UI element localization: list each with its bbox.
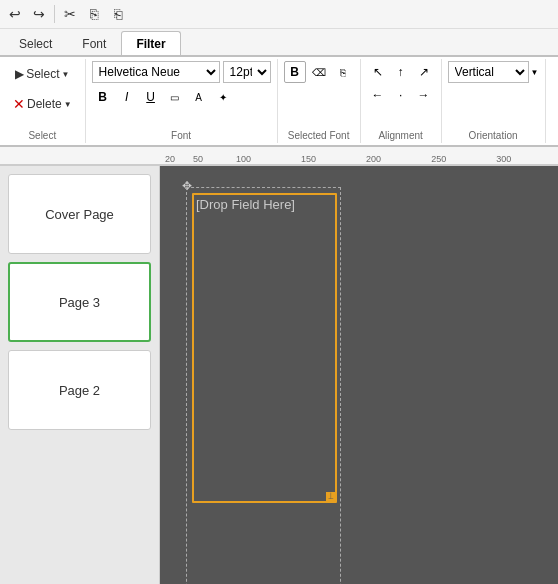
- select-button[interactable]: ▶ Select ▼: [8, 61, 76, 87]
- ruler-250: 250: [431, 154, 446, 164]
- ribbon: ▶ Select ▼ ✕ Delete ▼ Select Helvetica N…: [0, 57, 558, 147]
- orientation-select[interactable]: Vertical Horizontal: [448, 61, 529, 83]
- align-top-left[interactable]: ↖: [367, 61, 389, 83]
- ruler-300: 300: [496, 154, 511, 164]
- align-middle-left[interactable]: ←: [367, 84, 389, 106]
- canvas-inner: ✥ ⟘ [Drop Field Here]: [170, 171, 510, 584]
- alignment-group-label: Alignment: [378, 128, 422, 141]
- cursor-icon: ▶: [15, 67, 24, 81]
- page-thumb-cover[interactable]: Cover Page: [8, 174, 151, 254]
- drop-field-label: [Drop Field Here]: [196, 197, 295, 212]
- delete-icon: ✕: [13, 96, 25, 112]
- select-controls: ▶ Select ▼: [8, 61, 76, 87]
- bold-button[interactable]: B: [92, 86, 114, 108]
- delete-button[interactable]: ✕ Delete ▼: [6, 91, 79, 117]
- undo-button[interactable]: ↩: [4, 3, 26, 25]
- selected-font-group-label: Selected Font: [288, 128, 350, 141]
- ribbon-group-alignment: ↖ ↑ ↗ ← · → Alignment: [361, 59, 442, 143]
- align-top-center[interactable]: ↑: [390, 61, 412, 83]
- ribbon-group-selected-font: B ⌫ ⎘ Selected Font: [278, 59, 361, 143]
- separator: [54, 5, 55, 23]
- delete-dropdown-icon[interactable]: ▼: [64, 100, 72, 109]
- ruler-content: 20 50 100 150 200 250 300 350: [165, 154, 275, 164]
- delete-label: Delete: [27, 97, 62, 111]
- alignment-grid: ↖ ↑ ↗ ← · →: [367, 61, 435, 106]
- page-2-label: Page 2: [59, 383, 100, 398]
- page-thumb-3[interactable]: Page 3: [8, 262, 151, 342]
- redo-button[interactable]: ↪: [28, 3, 50, 25]
- left-panel: Cover Page Page 3 Page 2: [0, 166, 160, 584]
- ribbon-group-sort: ⇅ ⇵ Sort: [546, 59, 558, 143]
- ruler-100: 100: [236, 154, 251, 164]
- resize-handle[interactable]: ⟘: [326, 492, 336, 502]
- page-thumb-2[interactable]: Page 2: [8, 350, 151, 430]
- font-size-select[interactable]: 12pt 10pt 14pt 16pt: [223, 61, 271, 83]
- font-color-button[interactable]: A: [188, 86, 210, 108]
- italic-button[interactable]: I: [116, 86, 138, 108]
- quick-access-bar: ↩ ↪ ✂ ⎘ ⎗: [0, 0, 558, 29]
- sf-clear-button[interactable]: ⌫: [308, 61, 330, 83]
- ruler-50: 50: [193, 154, 203, 164]
- font-style-button[interactable]: ✦: [212, 86, 234, 108]
- cover-page-label: Cover Page: [45, 207, 114, 222]
- sort-asc-button[interactable]: ⇅: [552, 61, 558, 87]
- ruler-150: 150: [301, 154, 316, 164]
- font-group-label: Font: [171, 128, 191, 141]
- select-group-label: Select: [28, 128, 56, 141]
- tab-bar: Select Font Filter: [0, 29, 558, 57]
- tab-filter[interactable]: Filter: [121, 31, 180, 55]
- ruler: 20 50 100 150 200 250 300 350: [0, 147, 558, 165]
- ribbon-group-orientation: Vertical Horizontal ▼ Orientation: [442, 59, 546, 143]
- align-middle-right[interactable]: →: [413, 84, 435, 106]
- font-family-select[interactable]: Helvetica Neue Arial Times New Roman: [92, 61, 220, 83]
- orient-dropdown-icon: ▼: [531, 68, 539, 77]
- align-middle-center[interactable]: ·: [390, 84, 412, 106]
- copy-button[interactable]: ⎘: [83, 3, 105, 25]
- ribbon-group-font: Helvetica Neue Arial Times New Roman 12p…: [86, 59, 278, 143]
- orientation-group-label: Orientation: [469, 128, 518, 141]
- tab-app[interactable]: Font: [67, 31, 121, 55]
- align-top-right[interactable]: ↗: [413, 61, 435, 83]
- paste-button[interactable]: ⎗: [107, 3, 129, 25]
- underline-button[interactable]: U: [140, 86, 162, 108]
- highlight-button[interactable]: ▭: [164, 86, 186, 108]
- cut-button[interactable]: ✂: [59, 3, 81, 25]
- ribbon-group-select: ▶ Select ▼ ✕ Delete ▼ Select: [0, 59, 86, 143]
- select-dropdown-icon[interactable]: ▼: [62, 70, 70, 79]
- ruler-200: 200: [366, 154, 381, 164]
- drop-field-box[interactable]: ⟘: [192, 193, 337, 503]
- sf-copy-button[interactable]: ⎘: [332, 61, 354, 83]
- canvas-area: ✥ ⟘ [Drop Field Here]: [160, 166, 558, 584]
- tab-insert[interactable]: Select: [4, 31, 67, 55]
- page-3-label: Page 3: [59, 295, 100, 310]
- select-label: Select: [26, 67, 59, 81]
- sf-bold-button[interactable]: B: [284, 61, 306, 83]
- ruler-20: 20: [165, 154, 175, 164]
- main-area: Cover Page Page 3 Page 2 ✥ ⟘ [Drop Field…: [0, 166, 558, 584]
